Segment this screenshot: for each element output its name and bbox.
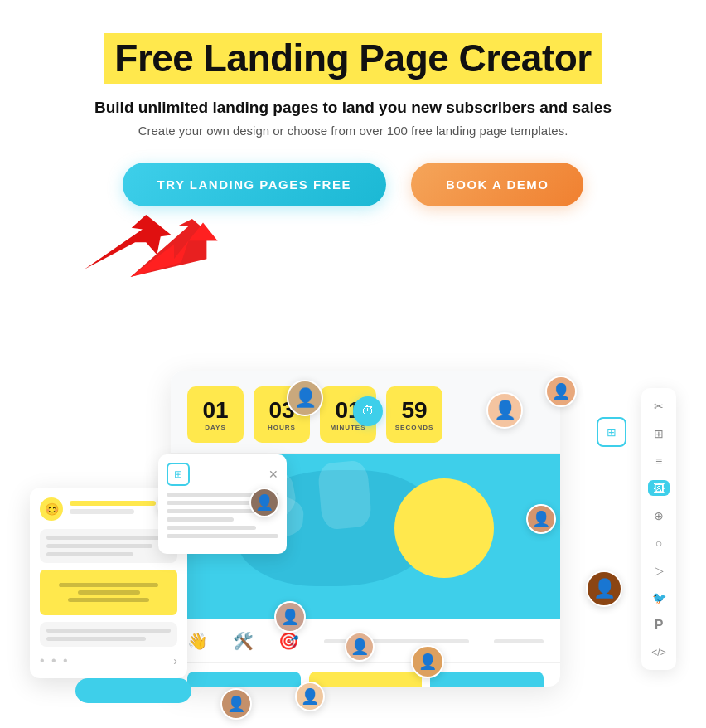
msg-line-4	[46, 629, 171, 633]
chat-header: 😊	[40, 497, 177, 521]
avatar-2: 👤	[545, 376, 577, 407]
preview-area: 💬 😊 • •	[30, 371, 676, 728]
seconds-number: 59	[401, 399, 427, 422]
chat-dots: • • •	[40, 653, 70, 668]
arrow-section	[50, 215, 656, 281]
main-title: Free Landing Page Creator	[114, 36, 591, 80]
seconds-label: SECONDS	[395, 424, 434, 431]
subtitle-bold: Build unlimited landing pages to land yo…	[50, 99, 656, 117]
chat-yellow-block	[40, 570, 177, 615]
avatar-face-5: 👤	[528, 506, 554, 532]
title-highlight: Free Landing Page Creator	[104, 33, 601, 84]
toolbar-bird-icon[interactable]: 🐦	[648, 590, 670, 605]
edit-line-4	[167, 517, 234, 522]
bottom-card-blue-2	[430, 672, 544, 687]
avatar-5: 👤	[526, 504, 556, 534]
toolbar-image-icon[interactable]: 🖼	[648, 480, 670, 496]
avatar-face-3: 👤	[488, 394, 521, 427]
msg-line-2	[46, 544, 152, 548]
toolbar-link-icon[interactable]: ⊕	[648, 507, 670, 523]
avatar-face-11: 👤	[222, 690, 250, 718]
avatar-4: 👤	[249, 488, 279, 517]
toolbar-play-icon[interactable]: ▷	[648, 562, 670, 578]
count-seconds: 59 SECONDS	[386, 386, 442, 443]
edit-line-6	[167, 534, 278, 538]
avatar-11: 👤	[220, 688, 252, 720]
avatar-7: 👤	[274, 601, 306, 633]
edit-line-2	[167, 501, 256, 505]
avatar-face-9: 👤	[413, 647, 442, 677]
sun-circle	[394, 478, 494, 578]
bottom-card-blue-1	[187, 672, 301, 687]
avatar-face-2: 👤	[547, 377, 575, 405]
page-wrapper: Free Landing Page Creator Build unlimite…	[0, 0, 706, 728]
subtitle-regular: Create your own design or choose from ov…	[50, 124, 656, 138]
bottom-card-yellow	[309, 672, 423, 687]
edit-header: ⊞ ✕	[167, 463, 278, 486]
days-label: DAYS	[205, 424, 226, 431]
chat-footer: • • • ›	[40, 653, 177, 668]
msg-line-1	[46, 536, 171, 540]
edit-line-5	[167, 526, 256, 530]
avatar-3: 👤	[486, 392, 523, 429]
chat-line-2	[70, 509, 134, 514]
toolbar-text-icon[interactable]: ≡	[648, 453, 670, 468]
continent-3	[317, 460, 373, 531]
avatar-9: 👤	[411, 645, 444, 678]
icon-row-line-2	[494, 639, 544, 643]
svg-marker-2	[85, 215, 172, 269]
tools-icon: 🛠️	[233, 631, 254, 651]
timer-floating-icon: ⏱	[353, 396, 383, 426]
yellow-line-3	[68, 598, 149, 602]
avatar-face-1: 👤	[288, 381, 322, 415]
avatar-1: 👤	[287, 380, 323, 416]
edit-icon-box: ⊞	[167, 463, 190, 486]
avatar-face-6: 👤	[588, 572, 621, 605]
toolbar-circle-icon[interactable]: ○	[648, 535, 670, 551]
chat-message-area	[40, 529, 177, 563]
chat-arrow: ›	[173, 654, 177, 667]
title-section: Free Landing Page Creator	[50, 33, 656, 84]
toolbar-p-icon[interactable]: P	[648, 617, 670, 633]
buttons-row: TRY LANDING PAGES FREE BOOK A DEMO	[50, 163, 656, 206]
avatar-10: 👤	[295, 682, 325, 711]
chat-line-1	[70, 501, 156, 506]
chat-avatar: 😊	[40, 497, 63, 521]
toolbar-layout-icon[interactable]: ⊞	[648, 425, 670, 441]
count-days: 01 DAYS	[187, 386, 244, 443]
right-toolbar: ✂ ⊞ ≡ 🖼 ⊕ ○ ▷ 🐦 P </>	[641, 388, 676, 670]
yellow-line-1	[59, 583, 158, 587]
target-icon: 🎯	[278, 631, 299, 651]
avatar-6: 👤	[586, 570, 622, 607]
book-demo-button[interactable]: BOOK A DEMO	[411, 163, 584, 206]
layout-floating-icon: ⊞	[597, 417, 626, 447]
blue-cta-button[interactable]	[75, 678, 191, 703]
toolbar-scissors-icon[interactable]: ✂	[648, 398, 670, 414]
avatar-8: 👤	[345, 632, 375, 662]
red-arrow-pointing-icon	[75, 215, 174, 273]
close-icon[interactable]: ✕	[268, 468, 278, 481]
avatar-face-7: 👤	[276, 603, 304, 631]
try-landing-pages-button[interactable]: TRY LANDING PAGES FREE	[123, 163, 386, 206]
hours-label: HOURS	[268, 424, 296, 431]
avatar-face-8: 👤	[346, 633, 373, 660]
avatar-face-4: 👤	[251, 489, 278, 516]
yellow-line-2	[78, 590, 140, 595]
toolbar-code-icon[interactable]: </>	[648, 644, 670, 660]
chat-message-area-2	[40, 622, 177, 647]
hand-wave-icon: 👋	[187, 631, 208, 651]
days-number: 01	[202, 399, 228, 422]
msg-line-5	[46, 637, 146, 641]
msg-line-3	[46, 552, 133, 556]
avatar-face-10: 👤	[297, 683, 323, 710]
bottom-cards-row	[171, 663, 560, 687]
